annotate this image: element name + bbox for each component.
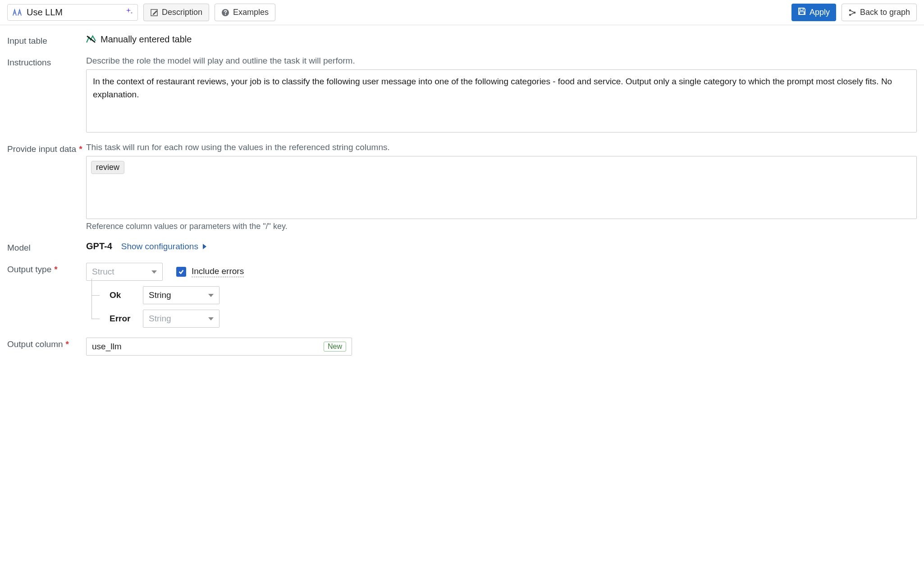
instructions-label: Instructions (7, 56, 86, 68)
input-data-description: This task will run for each row using th… (86, 142, 917, 152)
model-label: Model (7, 241, 86, 253)
svg-point-2 (225, 14, 226, 14)
description-button-label: Description (162, 8, 202, 17)
struct-ok-type: String (149, 290, 171, 300)
output-type-label: Output type (7, 265, 51, 274)
struct-tree: Ok String Error String (90, 286, 917, 328)
chevron-right-icon (203, 244, 206, 249)
required-indicator: * (79, 144, 82, 154)
save-icon (798, 7, 806, 18)
required-indicator: * (66, 339, 69, 349)
input-data-hint: Reference column values or parameters wi… (86, 222, 917, 231)
input-table-name: Manually entered table (101, 34, 192, 45)
struct-error-key: Error (110, 314, 135, 324)
input-data-box[interactable]: review (86, 156, 917, 219)
table-icon (86, 35, 96, 44)
instructions-description: Describe the role the model will play an… (86, 56, 917, 66)
back-to-graph-label: Back to graph (860, 8, 910, 17)
examples-button[interactable]: Examples (215, 4, 275, 21)
help-icon (221, 9, 229, 17)
graph-icon (848, 9, 856, 17)
output-type-value: Struct (92, 267, 114, 277)
chevron-down-icon (151, 270, 157, 274)
svg-point-6 (849, 14, 851, 16)
instructions-value: In the context of restaurant reviews, yo… (93, 77, 892, 99)
svg-point-5 (849, 9, 851, 11)
output-column-input[interactable]: use_llm New (86, 338, 352, 356)
tree-connector-icon (90, 312, 101, 325)
chevron-down-icon (208, 317, 214, 320)
instructions-textarea[interactable]: In the context of restaurant reviews, yo… (86, 69, 917, 133)
chevron-down-icon (208, 294, 214, 297)
description-button[interactable]: Description (143, 4, 209, 21)
output-type-select[interactable]: Struct (86, 263, 163, 281)
input-table-label: Input table (7, 34, 86, 46)
struct-ok-key: Ok (110, 290, 135, 300)
include-errors-label[interactable]: Include errors (192, 266, 244, 277)
node-title-box[interactable]: Use LLM (7, 4, 138, 21)
top-bar: Use LLM Description Examples (0, 0, 924, 25)
struct-ok-type-select[interactable]: String (143, 286, 220, 304)
svg-point-7 (854, 11, 856, 14)
show-configurations-link[interactable]: Show configurations (121, 242, 206, 251)
show-configurations-label: Show configurations (121, 242, 198, 251)
llm-icon (12, 9, 22, 17)
input-table-value[interactable]: Manually entered table (86, 34, 917, 45)
include-errors-checkbox[interactable] (176, 267, 186, 277)
edit-icon (150, 9, 158, 17)
back-to-graph-button[interactable]: Back to graph (842, 4, 917, 21)
svg-rect-3 (800, 8, 803, 10)
node-title: Use LLM (27, 7, 63, 18)
output-column-label: Output column (7, 339, 63, 349)
column-chip[interactable]: review (91, 161, 124, 174)
required-indicator: * (54, 265, 57, 274)
struct-error-type-select[interactable]: String (143, 310, 220, 328)
content: Input table Manually entered table Instr… (0, 25, 924, 375)
apply-button[interactable]: Apply (791, 4, 836, 21)
tree-connector-icon (90, 288, 101, 302)
input-data-label: Provide input data (7, 144, 76, 154)
struct-error-type: String (149, 314, 171, 324)
output-column-value: use_llm (92, 342, 121, 352)
apply-button-label: Apply (810, 8, 830, 17)
sparkle-icon (126, 8, 133, 17)
new-badge: New (324, 342, 346, 352)
examples-button-label: Examples (233, 8, 269, 17)
model-value: GPT-4 (86, 241, 112, 251)
